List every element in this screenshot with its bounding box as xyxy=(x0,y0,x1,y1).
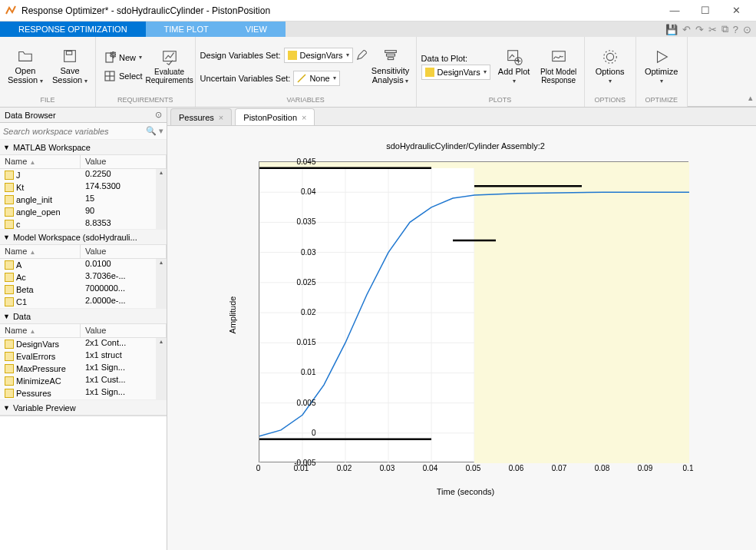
y-tick-label: 0.015 xyxy=(296,338,315,346)
data-to-plot-dropdown[interactable]: DesignVars ▾ xyxy=(421,65,490,80)
uncertain-vars-dropdown[interactable]: None ▾ xyxy=(293,71,339,86)
qat-redo-icon[interactable]: ↷ xyxy=(695,24,704,35)
chart: sdoHydraulicCylinder/Cylinder Assembly:2… xyxy=(220,141,711,495)
close-button[interactable]: ✕ xyxy=(721,5,751,16)
table-row[interactable]: MaxPressure1x1 Sign... xyxy=(0,363,167,375)
search-input[interactable] xyxy=(3,127,146,136)
table-row[interactable]: Pessures1x1 Sign... xyxy=(0,387,167,399)
table-row[interactable]: angle_init15 xyxy=(0,194,167,206)
optimize-button[interactable]: Optimize▾ xyxy=(641,40,682,94)
maximize-button[interactable]: ☐ xyxy=(690,5,721,16)
vars-icon-2 xyxy=(425,68,434,77)
data-section-header[interactable]: ▼Data xyxy=(0,309,167,324)
new-requirement-button[interactable]: ✱ New ▾ xyxy=(101,49,146,66)
svg-rect-16 xyxy=(552,51,565,61)
design-vars-dropdown[interactable]: DesignVars ▾ xyxy=(284,48,353,63)
tab-response-optimization[interactable]: RESPONSE OPTIMIZATION xyxy=(0,22,146,37)
svg-point-17 xyxy=(606,53,613,60)
variable-preview-header[interactable]: ▼Variable Preview xyxy=(0,400,167,416)
table-row[interactable]: A0.0100 xyxy=(0,259,167,271)
table-row[interactable]: Kt174.5300 xyxy=(0,181,167,194)
table-row[interactable]: c8.8353 xyxy=(0,218,167,229)
table-row[interactable]: J0.2250 xyxy=(0,169,167,181)
collapse-ribbon-icon[interactable]: ▴ xyxy=(748,93,753,103)
model-workspace-header[interactable]: ▼Model Workspace (sdoHydrauli... xyxy=(0,230,167,245)
qat-cut-icon[interactable]: ✂ xyxy=(708,24,717,35)
document-tabs: Pessures× PistonPosition× xyxy=(167,108,756,126)
y-tick-label: 0.01 xyxy=(301,368,315,376)
tab-time-plot[interactable]: TIME PLOT xyxy=(146,22,227,37)
chart-title: sdoHydraulicCylinder/Cylinder Assembly:2 xyxy=(220,141,711,151)
svg-text:✱: ✱ xyxy=(110,51,116,59)
var-icon xyxy=(5,273,14,282)
svg-rect-12 xyxy=(388,58,393,60)
x-tick-label: 0.04 xyxy=(423,464,437,472)
svg-rect-8 xyxy=(288,51,297,60)
qat-copy-icon[interactable]: ⧉ xyxy=(721,23,728,35)
folder-open-icon xyxy=(17,48,34,65)
plots-group-label: PLOTS xyxy=(417,96,584,107)
tab-view[interactable]: VIEW xyxy=(227,22,286,37)
qat-more-icon[interactable]: ⊙ xyxy=(743,24,751,35)
main-tab-strip: RESPONSE OPTIMIZATION TIME PLOT VIEW 💾 ↶… xyxy=(0,22,756,37)
minimize-button[interactable]: — xyxy=(659,5,690,16)
uncertain-vars-label: Uncertain Variables Set: xyxy=(200,74,291,83)
var-icon xyxy=(5,195,14,204)
plot-area: sdoHydraulicCylinder/Cylinder Assembly:2… xyxy=(167,126,756,550)
sensitivity-analysis-button[interactable]: Sensitivity Analysis ▾ xyxy=(370,40,411,94)
search-icon[interactable]: 🔍 ▾ xyxy=(146,126,163,136)
edit-pencil-icon[interactable] xyxy=(356,50,367,61)
doc-tab-pessures[interactable]: Pessures× xyxy=(170,108,232,125)
svg-rect-10 xyxy=(385,51,396,53)
save-session-button[interactable]: Save Session ▾ xyxy=(49,40,91,94)
add-plot-button[interactable]: Add Plot▾ xyxy=(494,40,535,94)
table-row[interactable]: angle_open90 xyxy=(0,206,167,218)
open-session-button[interactable]: Open Session ▾ xyxy=(5,40,46,94)
plot-model-response-button[interactable]: Plot Model Response xyxy=(538,40,579,94)
panel-menu-icon[interactable]: ⊙ xyxy=(155,110,162,120)
qat-save-icon[interactable]: 💾 xyxy=(665,24,678,35)
requirements-group-label: REQUIREMENTS xyxy=(96,96,195,107)
none-icon xyxy=(297,74,306,83)
table-row[interactable]: EvalErrors1x1 struct xyxy=(0,350,167,363)
data-browser-title: Data Browser xyxy=(5,111,155,120)
x-tick-label: 0.03 xyxy=(380,464,395,472)
y-tick-label: 0 xyxy=(312,428,316,436)
table-row[interactable]: C12.0000e-... xyxy=(0,296,167,308)
qat-help-icon[interactable]: ? xyxy=(733,24,738,35)
var-icon xyxy=(5,376,14,386)
matlab-workspace-header[interactable]: ▼MATLAB Workspace xyxy=(0,140,167,155)
new-doc-icon: ✱ xyxy=(104,51,116,64)
evaluate-requirements-button[interactable]: Evaluate Requirements xyxy=(149,40,190,94)
svg-rect-41 xyxy=(474,162,689,463)
y-tick-label: 0.045 xyxy=(296,157,315,166)
options-button[interactable]: Options▾ xyxy=(589,40,631,94)
x-tick-label: 0 xyxy=(256,464,261,472)
table-row[interactable]: Beta7000000... xyxy=(0,283,167,296)
x-tick-label: 0.05 xyxy=(466,464,480,472)
var-icon xyxy=(5,171,14,180)
x-tick-label: 0.06 xyxy=(509,464,523,472)
table-row[interactable]: MinimizeAC1x1 Cust... xyxy=(0,375,167,387)
qat-undo-icon[interactable]: ↶ xyxy=(682,24,691,35)
var-icon xyxy=(5,352,14,361)
table-row[interactable]: Ac3.7036e-... xyxy=(0,271,167,283)
chart-svg[interactable] xyxy=(259,162,689,463)
matlab-logo-icon xyxy=(5,5,17,17)
doc-tab-pistonposition[interactable]: PistonPosition× xyxy=(235,108,315,125)
variables-group-label: VARIABLES xyxy=(196,96,416,107)
svg-point-18 xyxy=(603,50,616,63)
svg-rect-13 xyxy=(425,68,434,77)
select-requirement-button[interactable]: Select xyxy=(101,68,146,84)
gear-icon xyxy=(602,48,619,65)
titlebar: Response Optimizer* - sdoHydraulicCylind… xyxy=(0,0,756,22)
select-grid-icon xyxy=(104,70,116,82)
table-row[interactable]: DesignVars2x1 Cont... xyxy=(0,338,167,350)
var-icon xyxy=(5,340,14,349)
y-tick-label: 0.04 xyxy=(301,187,315,196)
y-axis-label: Amplitude xyxy=(228,297,237,334)
close-tab-icon[interactable]: × xyxy=(219,113,223,122)
close-tab-icon[interactable]: × xyxy=(302,113,306,122)
check-chart-icon xyxy=(161,49,178,66)
x-axis-label: Time (seconds) xyxy=(220,487,711,496)
